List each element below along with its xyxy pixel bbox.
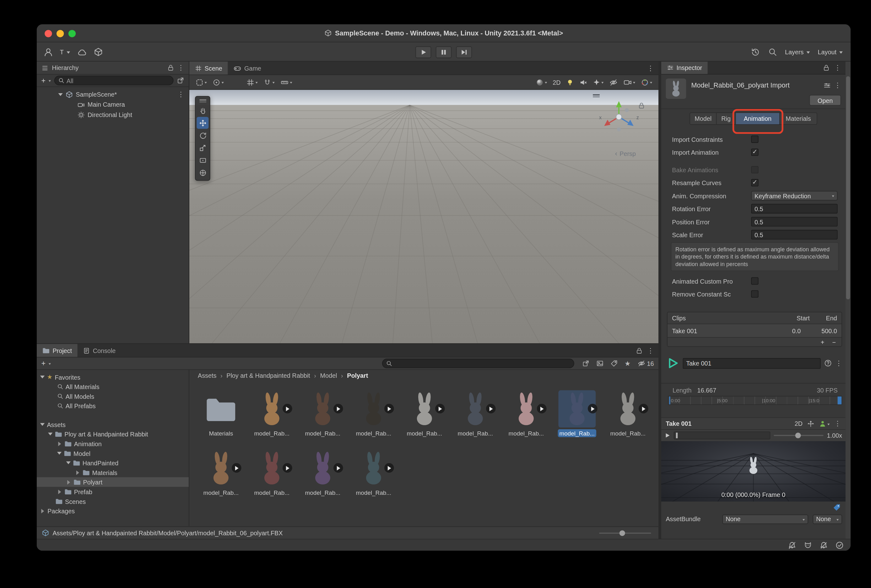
preview-2d-toggle[interactable]: 2D xyxy=(795,420,802,427)
breadcrumb-model[interactable]: Model xyxy=(320,372,337,379)
expand-icon[interactable] xyxy=(57,452,61,457)
tree-packages[interactable]: Packages xyxy=(37,506,189,516)
play-preview-icon[interactable] xyxy=(283,463,292,473)
import-animation-checkbox[interactable] xyxy=(751,148,758,156)
favorites-star-icon[interactable]: ★ xyxy=(624,360,630,367)
tree-scenes[interactable]: Scenes xyxy=(37,496,189,506)
animation-preview-viewport[interactable]: 0:00 (000.0%) Frame 0 xyxy=(661,441,846,502)
asset-model-rabbit[interactable]: model_Rab... xyxy=(297,450,348,498)
lock-icon[interactable] xyxy=(636,347,643,354)
view-lock-icon[interactable] xyxy=(638,102,645,109)
play-preview-icon[interactable] xyxy=(232,463,241,473)
open-external-icon[interactable] xyxy=(582,360,590,367)
play-preview-icon[interactable] xyxy=(537,404,547,413)
play-preview-icon[interactable] xyxy=(384,404,394,413)
shading-mode-dropdown[interactable] xyxy=(534,76,549,88)
project-search-input[interactable] xyxy=(382,359,574,369)
scene-row-menu-icon[interactable]: ⋮ xyxy=(177,91,184,98)
pivot-dropdown[interactable] xyxy=(211,76,226,88)
project-menu-icon[interactable]: ⋮ xyxy=(647,347,654,354)
collapse-icon[interactable] xyxy=(76,470,81,475)
play-preview-icon[interactable] xyxy=(283,404,292,413)
clip-timeline-ruler[interactable]: 0:00 |5:00 |10:00 |15:0 xyxy=(668,396,842,405)
hierarchy-menu-icon[interactable]: ⋮ xyxy=(177,64,184,71)
picker-icon[interactable] xyxy=(177,77,184,84)
breadcrumb-assets[interactable]: Assets xyxy=(198,372,216,379)
asset-model-rabbit-selected[interactable]: model_Rab... xyxy=(552,390,603,438)
scale-tool-button[interactable] xyxy=(196,142,208,154)
search-icon[interactable] xyxy=(768,48,777,57)
asset-model-rabbit[interactable]: model_Rab... xyxy=(247,450,297,498)
hierarchy-scene-row[interactable]: SampleScene* ⋮ xyxy=(37,89,189,99)
anim-compression-dropdown[interactable]: Keyframe Reduction xyxy=(751,191,837,200)
play-preview-icon[interactable] xyxy=(334,463,343,473)
zoom-slider-handle[interactable] xyxy=(620,530,625,536)
rotate-tool-button[interactable] xyxy=(196,129,208,141)
preview-menu-icon[interactable]: ⋮ xyxy=(834,420,841,427)
inspector-menu-icon[interactable]: ⋮ xyxy=(834,64,841,71)
help-icon[interactable] xyxy=(824,359,832,367)
tree-rabbit-folder[interactable]: Ploy art & Handpainted Rabbit xyxy=(37,429,189,439)
asset-model-rabbit[interactable]: model_Rab... xyxy=(247,390,297,438)
collapse-icon[interactable] xyxy=(67,480,72,484)
tab-inspector[interactable]: Inspector xyxy=(661,61,708,74)
breadcrumb-rabbit[interactable]: Ploy art & Handpainted Rabbit xyxy=(226,372,310,379)
tree-handpainted[interactable]: HandPainted xyxy=(37,458,189,468)
tree-all-models[interactable]: All Models xyxy=(37,391,189,401)
tab-console[interactable]: Console xyxy=(78,344,121,357)
increment-snap-dropdown[interactable] xyxy=(278,76,294,88)
hierarchy-search-input[interactable]: All xyxy=(54,76,174,85)
palette-drag-handle[interactable] xyxy=(196,98,208,104)
hierarchy-item-main-camera[interactable]: Main Camera xyxy=(37,100,189,109)
tree-favorites[interactable]: ★Favorites xyxy=(37,372,189,382)
import-constraints-checkbox[interactable] xyxy=(751,136,758,143)
tree-model[interactable]: Model xyxy=(37,448,189,458)
assetbundle-variant-dropdown[interactable]: None xyxy=(813,514,842,524)
grid-visibility-dropdown[interactable] xyxy=(245,76,259,88)
preview-play-button[interactable] xyxy=(665,433,670,438)
assetbundle-dropdown[interactable]: None xyxy=(722,514,808,524)
tab-rig[interactable]: Rig xyxy=(717,112,736,125)
play-preview-icon[interactable] xyxy=(435,404,445,413)
view-orientation-gizmo[interactable]: x z xyxy=(597,98,641,140)
layers-dropdown[interactable]: Layers xyxy=(785,49,810,55)
clip-row-take001[interactable]: Take 0010.0500.0 xyxy=(667,324,841,337)
animated-custom-checkbox[interactable] xyxy=(751,278,758,285)
asset-model-rabbit[interactable]: model_Rab... xyxy=(501,390,552,438)
layout-dropdown[interactable]: Layout xyxy=(818,49,843,55)
scene-visibility-button[interactable] xyxy=(608,76,620,88)
play-preview-icon[interactable] xyxy=(639,404,648,413)
tab-project[interactable]: Project xyxy=(37,344,78,357)
remove-constant-checkbox[interactable] xyxy=(751,290,758,297)
asset-folder-materials[interactable]: Materials xyxy=(196,390,247,438)
inspector-scrollbar[interactable] xyxy=(846,61,851,539)
transform-tool-button[interactable] xyxy=(196,167,208,179)
cat-face-icon[interactable] xyxy=(804,541,812,549)
overlay-handle-icon[interactable] xyxy=(593,94,600,97)
timeline-scrub-head[interactable] xyxy=(669,397,670,404)
effects-dropdown[interactable] xyxy=(591,76,605,88)
rotation-error-field[interactable]: 0.5 xyxy=(751,204,837,214)
tree-materials[interactable]: Materials xyxy=(37,467,189,477)
lock-icon[interactable] xyxy=(823,64,830,71)
toggle-2d-button[interactable]: 2D xyxy=(551,76,562,88)
hierarchy-create-button[interactable]: + xyxy=(41,76,51,85)
notifications-muted-icon[interactable] xyxy=(788,541,796,549)
snap-dropdown[interactable] xyxy=(262,76,276,88)
resample-curves-checkbox[interactable] xyxy=(751,179,758,187)
pause-button[interactable] xyxy=(436,46,452,58)
lock-icon[interactable] xyxy=(168,64,174,71)
move-tool-button[interactable] xyxy=(196,117,208,129)
minimize-window-button[interactable] xyxy=(57,30,64,37)
preview-scrub-handle[interactable] xyxy=(676,433,678,438)
selection-outline-dropdown[interactable] xyxy=(194,76,208,88)
clip-menu-icon[interactable]: ⋮ xyxy=(835,360,842,367)
scene-viewport[interactable]: x z ‹Persp xyxy=(189,90,658,343)
thumbnail-zoom-slider[interactable] xyxy=(599,533,651,534)
y-axis-cone[interactable] xyxy=(616,101,622,107)
check-circle-icon[interactable] xyxy=(835,541,844,549)
play-preview-icon[interactable] xyxy=(486,404,496,413)
scene-lighting-button[interactable] xyxy=(564,76,575,88)
position-error-field[interactable]: 0.5 xyxy=(751,217,837,227)
tree-polyart[interactable]: Polyart xyxy=(37,477,189,487)
